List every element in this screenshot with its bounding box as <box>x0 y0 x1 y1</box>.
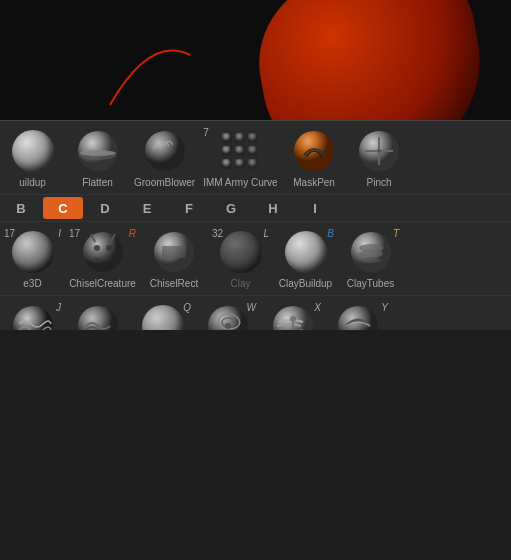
clay3d-num: 17 <box>4 228 15 239</box>
brush-item-claytubes[interactable]: T ClayTubes <box>338 226 403 291</box>
brush-icon-flatten <box>74 127 122 175</box>
brush-label-groomblower: GroomBlower <box>134 177 195 188</box>
scene-background <box>0 0 511 120</box>
red-object <box>245 0 496 120</box>
brush-label-buildup: uildup <box>19 177 46 188</box>
svg-point-21 <box>83 232 123 272</box>
groomblower-svg <box>143 129 187 173</box>
brush-row-main: uildup Flatten <box>0 121 511 195</box>
clay-num: 32 <box>212 228 223 239</box>
chiselcreature-num: 17 <box>69 228 80 239</box>
brush-label-chiselrect: ChiselRect <box>150 278 198 289</box>
maskpen-svg <box>292 129 336 173</box>
clothwind-hotkey: X <box>314 302 321 313</box>
brush-icon-imm <box>216 127 264 175</box>
svg-point-23 <box>106 245 112 251</box>
alpha-btn-c[interactable]: C <box>43 197 83 219</box>
chiselcreature-svg <box>81 230 125 274</box>
svg-point-28 <box>359 250 383 258</box>
brush-icon-chiselcreature <box>79 228 127 276</box>
brush-item-flatten[interactable]: Flatten <box>65 125 130 190</box>
clothtwister-hotkey: W <box>247 302 256 313</box>
svg-rect-25 <box>162 246 186 258</box>
brush-icon-clay3d <box>9 228 57 276</box>
brush-icon-maskpen <box>290 127 338 175</box>
brush-icon-groomblower <box>141 127 189 175</box>
brush-icon-claytubes <box>347 228 395 276</box>
svg-rect-10 <box>248 146 258 156</box>
brush-item-claybuildup[interactable]: B ClayBuildup <box>273 226 338 291</box>
alpha-btn-f[interactable]: F <box>169 197 209 219</box>
brush-item-imm[interactable]: 7 <box>199 125 281 190</box>
svg-rect-8 <box>222 146 232 156</box>
chiselrect-svg <box>152 230 196 274</box>
svg-point-33 <box>225 323 231 329</box>
clothtrails-hotkey: J <box>56 302 61 313</box>
brush-item-clay[interactable]: 32 L Clay <box>208 226 273 291</box>
imm-svg <box>218 129 262 173</box>
claytubes-hotkey: T <box>393 228 399 239</box>
svg-rect-6 <box>235 133 245 143</box>
brush-label-maskpen: MaskPen <box>293 177 335 188</box>
brush-icon-buildup <box>9 127 57 175</box>
alpha-btn-e[interactable]: E <box>127 197 167 219</box>
brush-icon-chiselrect <box>150 228 198 276</box>
empty-area <box>0 330 511 560</box>
brush-item-maskpen[interactable]: MaskPen <box>282 125 347 190</box>
chiselcreature-hotkey: R <box>129 228 136 239</box>
svg-rect-12 <box>235 159 245 169</box>
brush-item-chiselcreature[interactable]: 17 R <box>65 226 140 291</box>
svg-rect-5 <box>222 133 232 143</box>
svg-point-2 <box>80 150 116 156</box>
clothslide-hotkey: Q <box>183 302 191 313</box>
clay-hotkey: L <box>263 228 269 239</box>
svg-point-3 <box>145 131 185 171</box>
arc-line <box>100 25 200 120</box>
svg-point-29 <box>361 257 381 263</box>
brush-label-pinch: Pinch <box>367 177 392 188</box>
alpha-btn-g[interactable]: G <box>211 197 251 219</box>
imm-badge-num: 7 <box>203 127 209 138</box>
alpha-btn-b[interactable]: B <box>1 197 41 219</box>
brush-item-chiselrect[interactable]: ChiselRect <box>140 226 208 291</box>
creasecurve-hotkey: Y <box>381 302 388 313</box>
brush-label-chiselcreature: ChiselCreature <box>69 278 136 289</box>
brush-label-flatten: Flatten <box>82 177 113 188</box>
svg-rect-13 <box>248 159 258 169</box>
brush-item-pinch[interactable]: Pinch <box>347 125 412 190</box>
claytubes-svg <box>349 230 393 274</box>
brush-label-imm: IMM Army Curve <box>203 177 277 188</box>
alpha-btn-i[interactable]: I <box>295 197 335 219</box>
c-brushes-row1: 17 I e3D 17 R <box>0 222 511 296</box>
flatten-svg <box>76 129 120 173</box>
brush-label-claybuildup: ClayBuildup <box>279 278 332 289</box>
brush-item-clay3d[interactable]: 17 I e3D <box>0 226 65 291</box>
brush-label-clay3d: e3D <box>23 278 41 289</box>
pinch-svg <box>357 129 401 173</box>
brush-label-clay: Clay <box>230 278 250 289</box>
claybuildup-hotkey: B <box>327 228 334 239</box>
svg-point-20 <box>377 149 381 153</box>
svg-rect-9 <box>235 146 245 156</box>
svg-rect-11 <box>222 159 232 169</box>
brush-icon-claybuildup <box>282 228 330 276</box>
brush-icon-pinch <box>355 127 403 175</box>
svg-point-35 <box>290 316 296 322</box>
svg-point-22 <box>94 245 100 251</box>
alpha-filter-row: B C D E F G H I <box>0 195 511 222</box>
brush-item-groomblower[interactable]: GroomBlower <box>130 125 199 190</box>
alpha-btn-d[interactable]: D <box>85 197 125 219</box>
alpha-btn-h[interactable]: H <box>253 197 293 219</box>
brush-icon-clay <box>217 228 265 276</box>
brush-label-claytubes: ClayTubes <box>347 278 394 289</box>
svg-rect-7 <box>248 133 258 143</box>
clay3d-hotkey: I <box>58 228 61 239</box>
brush-item-buildup[interactable]: uildup <box>0 125 65 190</box>
